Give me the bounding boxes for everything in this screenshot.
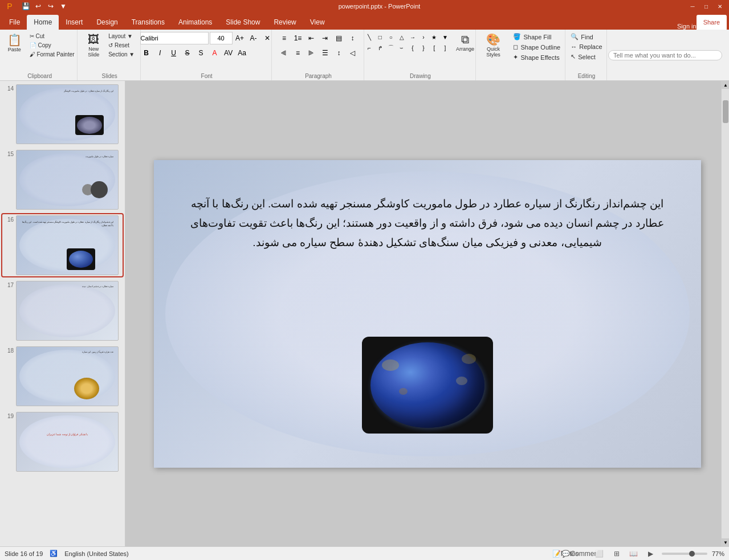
more-shapes-btn[interactable]: ▼ xyxy=(440,32,450,42)
shape-oval[interactable]: ○ xyxy=(386,32,396,42)
tab-file[interactable]: File xyxy=(2,15,27,30)
text-direction-btn[interactable]: ↕ xyxy=(346,32,359,44)
shape-r4[interactable]: ⌣ xyxy=(397,43,407,53)
tab-home[interactable]: Home xyxy=(27,15,59,30)
quick-styles-btn[interactable]: 🎨 Quick Styles xyxy=(479,32,507,59)
scroll-up-btn[interactable]: ▲ xyxy=(722,81,729,89)
line-spacing-btn[interactable]: ↕ xyxy=(332,47,345,59)
shape-outline-btn[interactable]: ◻ Shape Outline xyxy=(511,42,563,52)
customize-qa-btn[interactable]: ▼ xyxy=(58,1,68,11)
tell-me-input[interactable] xyxy=(608,50,722,60)
shape-r5[interactable]: { xyxy=(408,43,418,53)
maximize-btn[interactable]: □ xyxy=(702,2,711,11)
italic-btn[interactable]: I xyxy=(154,47,166,59)
share-btn[interactable]: Share xyxy=(697,15,727,30)
new-slide-btn[interactable]: 🖼 New Slide xyxy=(82,32,105,59)
align-right-btn[interactable]: ⫸ xyxy=(305,47,317,59)
strikethrough-btn[interactable]: S xyxy=(181,47,194,59)
tab-review[interactable]: Review xyxy=(267,15,303,30)
zoom-slider[interactable] xyxy=(662,553,707,555)
shape-r8[interactable]: ] xyxy=(440,43,450,53)
save-btn[interactable]: 💾 xyxy=(21,1,31,11)
shape-r2[interactable]: ↱ xyxy=(375,43,385,53)
slide-thumb-15[interactable]: 15 سیاره عطارد در طول ماموریت xyxy=(2,149,123,211)
shadow-btn[interactable]: S xyxy=(195,47,207,59)
clear-format-btn[interactable]: ✕ xyxy=(261,32,274,44)
format-painter-btn[interactable]: 🖌 Format Painter xyxy=(27,50,77,59)
slide-thumb-14[interactable]: 14 این رنگارنگ از سیاره عطارد در طول مام… xyxy=(2,83,123,145)
font-color-btn[interactable]: A xyxy=(209,47,221,59)
normal-view-btn[interactable]: ⬜ xyxy=(593,547,606,560)
scroll-down-btn[interactable]: ▼ xyxy=(722,538,729,546)
arrange-btn[interactable]: ⧉ Arrange xyxy=(454,32,477,54)
shape-r3[interactable]: ⌒ xyxy=(386,43,396,53)
shape-arrow[interactable]: → xyxy=(408,32,418,42)
tab-design[interactable]: Design xyxy=(89,15,124,30)
select-btn[interactable]: ↖ Select xyxy=(568,52,604,62)
slide-sorter-btn[interactable]: ⊞ xyxy=(610,547,623,560)
indent-btn[interactable]: ⇥ xyxy=(319,32,331,44)
shape-rect[interactable]: □ xyxy=(375,32,385,42)
copy-btn[interactable]: 📄 Copy xyxy=(27,41,77,50)
shape-r7[interactable]: [ xyxy=(429,43,439,53)
shape-triangle[interactable]: △ xyxy=(397,32,407,42)
tab-view[interactable]: View xyxy=(303,15,332,30)
paste-btn[interactable]: 📋 Paste xyxy=(3,32,26,55)
align-center-btn[interactable]: ≡ xyxy=(291,47,304,59)
justify-btn[interactable]: ☰ xyxy=(319,47,331,59)
slideshow-btn[interactable]: ▶ xyxy=(645,547,657,560)
increase-font-btn[interactable]: A+ xyxy=(234,32,246,44)
shape-r6[interactable]: } xyxy=(418,43,429,53)
reset-btn[interactable]: ↺ Reset xyxy=(106,41,137,50)
undo-btn[interactable]: ↩ xyxy=(33,1,43,11)
columns-btn[interactable]: ▤ xyxy=(332,32,345,44)
slide-text[interactable]: این چشم‌انداز رنگارنگ از سیاره عطارد در … xyxy=(177,194,678,253)
outdent-btn[interactable]: ⇤ xyxy=(305,32,317,44)
font-case-btn[interactable]: Aa xyxy=(236,47,249,59)
cut-btn[interactable]: ✂ Cut xyxy=(27,32,77,40)
shape-line[interactable]: ╲ xyxy=(364,32,374,42)
tab-animations[interactable]: Animations xyxy=(172,15,219,30)
text-rtl-btn[interactable]: ◁ xyxy=(346,47,359,59)
shape-effects-btn[interactable]: ✦ Shape Effects xyxy=(511,52,563,62)
find-label: Find xyxy=(581,34,593,40)
shape-r1[interactable]: ⌐ xyxy=(364,43,374,53)
slide-thumb-18[interactable]: 18 عدد هزاره تقریباً از زمین این سیاره xyxy=(2,345,123,407)
shape-chevron[interactable]: › xyxy=(418,32,429,42)
shape-fill-btn[interactable]: 🪣 Shape Fill xyxy=(511,32,563,42)
align-left-btn[interactable]: ⫷ xyxy=(278,47,290,59)
numbering-btn[interactable]: 1≡ xyxy=(291,32,304,44)
section-btn[interactable]: Section ▼ xyxy=(106,50,137,59)
find-btn[interactable]: 🔍 Find xyxy=(568,32,604,42)
decrease-font-btn[interactable]: A- xyxy=(247,32,260,44)
comments-btn[interactable]: 💬 Comments xyxy=(576,547,589,560)
select-icon: ↖ xyxy=(571,53,576,60)
font-size-input[interactable] xyxy=(210,32,233,44)
char-spacing-btn[interactable]: AV xyxy=(222,47,235,59)
slide-thumb-16[interactable]: 16 این چشم‌انداز رنگارنگ از سیاره عطارد … xyxy=(2,214,123,276)
bold-btn[interactable]: B xyxy=(140,47,153,59)
layout-btn[interactable]: Layout ▼ xyxy=(106,32,137,40)
slide-panel: 14 این رنگارنگ از سیاره عطارد در طول مام… xyxy=(0,81,125,546)
slide-num-15: 15 xyxy=(3,151,14,157)
tab-insert[interactable]: Insert xyxy=(59,15,89,30)
shape-star[interactable]: ★ xyxy=(429,32,439,42)
scroll-thumb[interactable] xyxy=(723,100,728,123)
bullets-btn[interactable]: ≡ xyxy=(278,32,290,44)
slide-mercury-image[interactable] xyxy=(362,337,493,434)
signin-area[interactable]: Sign in xyxy=(677,23,697,30)
reading-view-btn[interactable]: 📖 xyxy=(628,547,640,560)
underline-btn[interactable]: U xyxy=(168,47,180,59)
slide-thumb-17[interactable]: 17 سیاره عطارد در چشم انسان دیده xyxy=(2,280,123,342)
minimize-btn[interactable]: ─ xyxy=(688,2,697,11)
close-btn[interactable]: ✕ xyxy=(715,2,724,11)
zoom-thumb[interactable] xyxy=(689,551,695,557)
font-family-input[interactable] xyxy=(140,32,209,44)
main-slide[interactable]: این چشم‌انداز رنگارنگ از سیاره عطارد در … xyxy=(154,160,701,468)
slide-thumb-19[interactable]: 19 با تشکر فراوان از توجه شما عزیزان xyxy=(2,411,123,473)
accessibility-btn[interactable]: ♿ xyxy=(50,550,58,557)
replace-btn[interactable]: ↔ Replace xyxy=(568,42,604,51)
redo-btn[interactable]: ↪ xyxy=(46,1,56,11)
tab-transitions[interactable]: Transitions xyxy=(125,15,172,30)
tab-slideshow[interactable]: Slide Show xyxy=(219,15,267,30)
